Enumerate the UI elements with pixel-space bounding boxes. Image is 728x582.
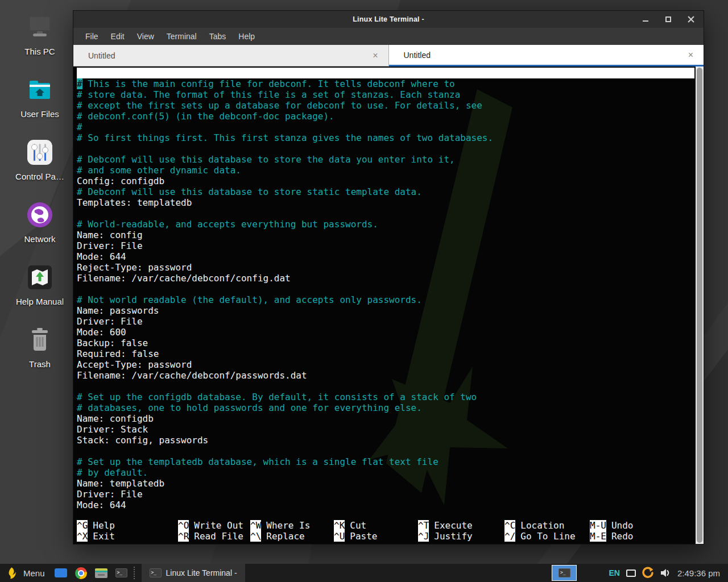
terminal-line: Name: config <box>77 230 696 240</box>
terminal-line: Driver: File <box>77 316 696 327</box>
shortcut-key: ^/ <box>504 531 515 542</box>
terminal-line: Mode: 644 <box>77 500 696 510</box>
maximize-icon[interactable] <box>665 16 672 23</box>
terminal-line: Driver: File <box>77 240 696 251</box>
desktop-icon-control-panel[interactable]: Control Pa… <box>8 136 72 199</box>
desktop-icon-trash[interactable]: Trash <box>8 324 72 386</box>
close-icon[interactable] <box>688 16 694 23</box>
nano-shortcut-replace: ^\Replace <box>250 531 334 542</box>
terminal-line: Mode: 644 <box>77 251 696 262</box>
nano-shortcut-redo: M-ERedo <box>590 531 686 542</box>
file-manager-icon[interactable] <box>95 568 107 578</box>
terminal-line: Driver: Stack <box>77 424 696 435</box>
nano-shortcut-execute: ^TExecute <box>418 520 504 531</box>
taskbar: Menu >_ >_ Linux Lite Terminal - >_ EN <box>0 564 728 582</box>
terminal-line: Filename: /var/cache/debconf/config.dat <box>77 273 696 284</box>
terminal-line: Config: configdb <box>77 176 696 186</box>
desktop-icon-network[interactable]: Network <box>8 199 72 261</box>
terminal-line <box>77 446 696 456</box>
desktop-icon-label: User Files <box>20 109 59 119</box>
window-title-bar[interactable]: Linux Lite Terminal - <box>73 11 704 28</box>
clock[interactable]: 2:49:36 pm <box>677 568 720 578</box>
desktop-icon-label: Control Pa… <box>15 172 64 181</box>
terminal-line: Templates: templatedb <box>77 197 696 208</box>
nano-shortcut-exit: ^XExit <box>77 531 178 542</box>
shortcut-label: Where Is <box>266 520 310 531</box>
menu-item-view[interactable]: View <box>131 28 160 45</box>
home-folder-icon <box>25 74 55 106</box>
task-button-label: Linux Lite Terminal - <box>166 568 237 577</box>
terminal-line: Stack: config, passwords <box>77 435 696 446</box>
computer-icon <box>25 11 55 43</box>
linux-lite-logo-icon[interactable] <box>7 567 16 580</box>
menu-item-edit[interactable]: Edit <box>105 28 131 45</box>
tab-1[interactable]: Untitled× <box>73 45 389 66</box>
taskbar-task-button[interactable]: >_ Linux Lite Terminal - <box>142 564 245 582</box>
terminal-line: Name: configdb <box>77 413 696 424</box>
terminal-line: # World-readable, and accepts everything… <box>77 219 696 230</box>
tray-terminal-button[interactable]: >_ <box>552 565 577 581</box>
terminal-line: # databases, one to hold passwords and o… <box>77 402 696 413</box>
tab-close-icon[interactable]: × <box>373 51 378 60</box>
window-controls <box>642 11 694 28</box>
terminal-line: Name: templatedb <box>77 478 696 489</box>
terminal-line: # debconf.conf(5) (in the debconf-doc pa… <box>77 111 696 122</box>
display-settings-icon[interactable] <box>626 569 636 577</box>
shortcut-key: ^R <box>178 531 189 542</box>
shortcut-label: Location <box>520 520 564 531</box>
menu-bar: FileEditViewTerminalTabsHelp <box>73 28 704 45</box>
shortcut-key: ^W <box>250 520 261 531</box>
menu-item-help[interactable]: Help <box>232 28 261 45</box>
desktop-icon-help-manual[interactable]: Help Manual <box>8 261 72 324</box>
nano-shortcut-go-to-line: ^/Go To Line <box>504 531 590 542</box>
terminal-content[interactable]: GNU nano 7.2 /etc/debconf.conf # This is… <box>73 66 696 544</box>
shortcut-key: ^K <box>334 520 345 531</box>
menu-item-file[interactable]: File <box>79 28 105 45</box>
scrollbar-thumb[interactable] <box>697 68 702 543</box>
menu-item-terminal[interactable]: Terminal <box>160 28 203 45</box>
update-notifier-icon[interactable] <box>642 567 654 579</box>
terminal-line: # So first things first. This first stan… <box>77 132 696 143</box>
show-desktop-icon[interactable] <box>55 568 67 577</box>
desktop-icon-user-files[interactable]: User Files <box>8 74 72 136</box>
scrollbar-track[interactable] <box>696 66 704 544</box>
shortcut-label: Execute <box>434 520 472 531</box>
volume-icon[interactable] <box>660 568 671 578</box>
shortcut-label: Redo <box>611 531 634 542</box>
terminal-line <box>77 284 696 294</box>
tab-2[interactable]: Untitled× <box>389 45 704 66</box>
chrome-icon[interactable] <box>75 567 87 579</box>
terminal-line: # Set up the templatedb database, which … <box>77 456 696 467</box>
menu-button[interactable]: Menu <box>23 568 45 578</box>
menu-item-tabs[interactable]: Tabs <box>203 28 233 45</box>
tab-label: Untitled <box>88 51 373 60</box>
shortcut-key: ^G <box>77 520 88 531</box>
terminal-launcher-icon[interactable]: >_ <box>115 568 127 577</box>
desktop-icon-this-pc[interactable]: This PC <box>8 11 72 74</box>
shortcut-key: ^U <box>334 531 345 542</box>
terminal-line: # store data. The format of this file is… <box>77 89 696 100</box>
terminal-icon: >_ <box>115 568 127 577</box>
desktop-icon-label: Network <box>24 234 55 244</box>
terminal-line: # Set up the configdb database. By defau… <box>77 392 696 402</box>
desktop-icon-column: This PC User Files <box>8 11 72 386</box>
keyboard-layout-indicator[interactable]: EN <box>609 568 619 577</box>
shortcut-key: ^T <box>418 520 429 531</box>
nano-shortcut-bar: ^GHelp^XExit^OWrite Out^RRead File^WWher… <box>77 520 686 542</box>
shortcut-label: Undo <box>611 520 634 531</box>
terminal-line: Backup: false <box>77 338 696 348</box>
shortcut-label: Justify <box>434 531 472 542</box>
help-manual-icon <box>25 261 55 293</box>
trash-icon <box>25 324 55 356</box>
minimize-icon[interactable] <box>642 16 649 23</box>
terminal-line: Accept-Type: password <box>77 359 696 370</box>
shortcut-label: Exit <box>93 531 115 542</box>
shortcut-key: M-E <box>590 531 606 542</box>
shortcut-label: Write Out <box>194 520 243 531</box>
terminal-line: Name: passwords <box>77 305 696 316</box>
terminal-line: Mode: 600 <box>77 327 696 338</box>
shortcut-key: ^X <box>77 531 88 542</box>
terminal-line <box>77 208 696 219</box>
terminal-line: Driver: File <box>77 489 696 500</box>
tab-close-icon[interactable]: × <box>688 51 693 60</box>
